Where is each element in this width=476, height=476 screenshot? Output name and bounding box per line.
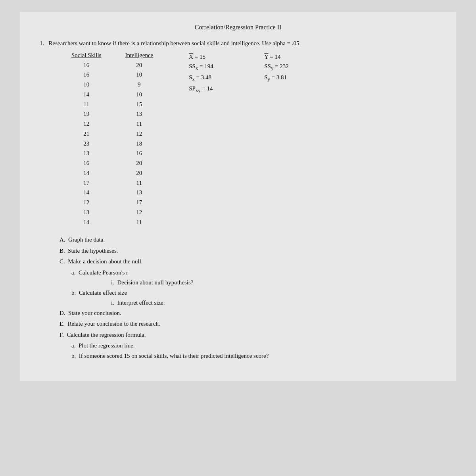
question-intro: 1. Researchers want to know if there is … <box>40 39 436 48</box>
task-c: C. Make a decision about the null. <box>60 257 436 267</box>
data-columns: Social Skills 16 16 10 14 11 19 12 21 23… <box>71 52 153 227</box>
social-skills-column: Social Skills 16 16 10 14 11 19 12 21 23… <box>71 52 101 227</box>
stats-row-4: SPxy = 14 <box>189 84 316 95</box>
list-item: 20 <box>125 168 153 178</box>
task-c-a: a. Calculate Pearson's r <box>71 268 436 278</box>
stat-sx: Sx = 3.48 <box>189 73 240 84</box>
task-e: E. Relate your conclusion to the researc… <box>60 319 436 329</box>
list-item: 10 <box>125 70 153 80</box>
list-item: 12 <box>71 198 101 207</box>
list-item: 12 <box>71 119 101 129</box>
task-c-b-i: i. Interpret effect size. <box>111 298 436 308</box>
task-d: D. State your conclusion. <box>60 308 436 319</box>
question-number: 1. <box>40 40 44 46</box>
page-title: Correlation/Regression Practice II <box>40 24 436 31</box>
intelligence-header: Intelligence <box>125 52 153 59</box>
stat-ybar: Y = 14 <box>264 52 316 62</box>
list-item: 17 <box>125 198 153 207</box>
list-item: 16 <box>125 148 153 158</box>
list-item: 16 <box>71 60 101 70</box>
task-a: A. Graph the data. <box>60 235 436 245</box>
stats-row-1: X = 15 Y = 14 <box>189 52 316 62</box>
task-f-b: b. If someone scored 15 on social skills… <box>71 351 436 361</box>
list-item: 11 <box>125 217 153 227</box>
list-item: 19 <box>71 109 101 119</box>
social-skills-header: Social Skills <box>71 52 101 59</box>
task-f: F. Calculate the regression formula. <box>60 330 436 340</box>
stats-row-3: Sx = 3.48 Sy = 3.81 <box>189 73 316 84</box>
list-item: 9 <box>125 80 153 90</box>
data-section: Social Skills 16 16 10 14 11 19 12 21 23… <box>71 52 436 227</box>
list-item: 16 <box>71 70 101 80</box>
task-f-a: a. Plot the regression line. <box>71 341 436 351</box>
list-item: 12 <box>125 207 153 217</box>
list-item: 17 <box>71 178 101 188</box>
list-item: 18 <box>125 139 153 149</box>
page: Correlation/Regression Practice II 1. Re… <box>20 12 456 381</box>
question-block: 1. Researchers want to know if there is … <box>40 39 436 361</box>
list-item: 20 <box>125 158 153 168</box>
stat-sy: Sy = 3.81 <box>264 73 316 84</box>
question-text: Researchers want to know if there is a r… <box>49 40 301 46</box>
list-item: 23 <box>71 139 101 149</box>
list-item: 13 <box>71 148 101 158</box>
list-item: 20 <box>125 60 153 70</box>
list-item: 14 <box>71 217 101 227</box>
list-item: 14 <box>71 168 101 178</box>
task-b: B. State the hypotheses. <box>60 246 436 256</box>
stats-section: X = 15 Y = 14 SSx = 194 SSy = 232 Sx = 3… <box>189 52 316 227</box>
stat-spxy: SPxy = 14 <box>189 84 240 95</box>
list-item: 16 <box>71 158 101 168</box>
intelligence-column: Intelligence 20 10 9 10 15 13 11 12 18 1… <box>125 52 153 227</box>
list-item: 11 <box>71 100 101 109</box>
list-item: 10 <box>71 80 101 90</box>
list-item: 11 <box>125 178 153 188</box>
stats-row-2: SSx = 194 SSy = 232 <box>189 61 316 73</box>
social-skills-values: 16 16 10 14 11 19 12 21 23 13 16 14 17 1… <box>71 60 101 227</box>
task-c-a-i: i. Decision about null hypothesis? <box>111 278 436 288</box>
list-item: 11 <box>125 119 153 129</box>
list-item: 15 <box>125 100 153 109</box>
task-c-b: b. Calculate effect size <box>71 288 436 298</box>
tasks-section: A. Graph the data. B. State the hypothes… <box>60 235 436 361</box>
list-item: 21 <box>71 129 101 139</box>
intelligence-values: 20 10 9 10 15 13 11 12 18 16 20 20 11 13 <box>125 60 153 227</box>
list-item: 12 <box>125 129 153 139</box>
stat-ssy: SSy = 232 <box>264 61 316 73</box>
list-item: 13 <box>125 109 153 119</box>
list-item: 13 <box>71 207 101 217</box>
stat-ssx: SSx = 194 <box>189 61 240 73</box>
stat-xbar: X = 15 <box>189 52 240 62</box>
list-item: 10 <box>125 90 153 100</box>
list-item: 14 <box>71 90 101 100</box>
list-item: 13 <box>125 188 153 198</box>
list-item: 14 <box>71 188 101 198</box>
